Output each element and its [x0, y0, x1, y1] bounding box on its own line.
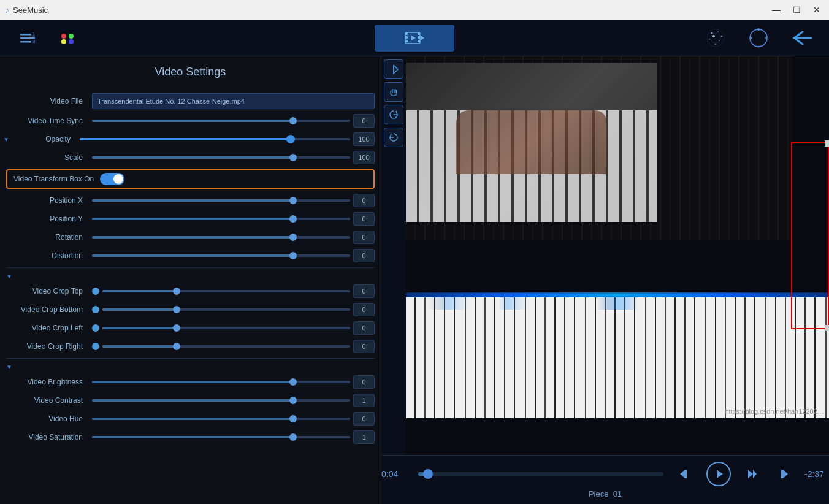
progress-thumb[interactable]: [423, 469, 433, 479]
crop-top-slider[interactable]: [102, 290, 350, 292]
app-icon: ♪: [5, 5, 9, 15]
svg-rect-13: [405, 40, 408, 42]
current-time: 0:04: [381, 469, 406, 479]
transform-handle-bottom-right[interactable]: [825, 325, 829, 331]
nav-back[interactable]: [786, 25, 817, 52]
crop-bottom-slider[interactable]: [102, 308, 350, 311]
crop-right-slider[interactable]: [102, 345, 350, 348]
tool-flip[interactable]: [384, 59, 403, 79]
player-controls: 0:04: [381, 455, 829, 504]
scale-slider[interactable]: [92, 156, 350, 159]
saturation-slider[interactable]: [92, 436, 350, 438]
nav-circle[interactable]: [743, 25, 774, 52]
svg-point-32: [750, 37, 752, 39]
nav-menu[interactable]: 1 2 3: [12, 25, 43, 52]
crop-top-circle: [92, 288, 99, 295]
top-nav: 1 2 3: [0, 20, 829, 56]
collapse-triangle-opacity[interactable]: ▼: [3, 136, 9, 143]
scale-value: 100: [353, 151, 375, 164]
app-body: 1 2 3: [0, 20, 829, 504]
minimize-button[interactable]: —: [768, 4, 784, 16]
svg-point-26: [712, 35, 715, 37]
rotation-value: 0: [353, 231, 375, 244]
svg-point-28: [750, 29, 767, 47]
saturation-value: 1: [353, 430, 375, 444]
separator-2: [6, 358, 375, 359]
svg-point-24: [709, 39, 710, 40]
transform-box[interactable]: [791, 142, 829, 329]
circle-dots-icon: [747, 27, 770, 49]
step-forward-button[interactable]: [743, 465, 762, 483]
nav-palette[interactable]: [52, 25, 83, 52]
setting-brightness: Video Brightness 0: [0, 373, 381, 391]
saturation-label: Video Saturation: [12, 433, 92, 441]
position-x-slider[interactable]: [92, 199, 350, 202]
rotation-slider[interactable]: [92, 236, 350, 239]
crop-section-header[interactable]: ▼: [0, 270, 381, 282]
tool-reset[interactable]: [384, 105, 403, 124]
svg-rect-41: [781, 470, 783, 478]
video-time-sync-slider[interactable]: [92, 120, 350, 122]
contrast-slider[interactable]: [92, 399, 350, 402]
distortion-value: 0: [353, 249, 375, 262]
play-button[interactable]: [706, 462, 731, 486]
position-y-slider[interactable]: [92, 218, 350, 220]
video-file-value: Transcendental Etude No. 12 Chasse-Neige…: [97, 97, 245, 105]
brightness-section-header[interactable]: ▼: [0, 361, 381, 373]
hand-icon: [388, 86, 399, 97]
svg-point-21: [711, 32, 713, 34]
opacity-value: 100: [353, 132, 375, 146]
brightness-label: Video Brightness: [12, 378, 92, 386]
nav-video-active[interactable]: [375, 25, 454, 52]
hand-silhouette: [456, 110, 607, 174]
position-x-value: 0: [353, 194, 375, 207]
svg-point-31: [757, 45, 760, 48]
title-bar-left: ♪ SeeMusic: [5, 5, 48, 15]
hue-slider[interactable]: [92, 418, 350, 420]
play-icon: [712, 468, 725, 480]
crop-bottom-circle: [92, 306, 99, 313]
video-file-label: Video File: [12, 97, 92, 105]
setting-crop-top: Video Crop Top 0: [0, 282, 381, 300]
progress-bar[interactable]: [418, 472, 663, 476]
separator-1: [6, 267, 375, 268]
tool-hand[interactable]: [384, 82, 403, 102]
transform-box-toggle[interactable]: [100, 173, 124, 185]
svg-point-23: [721, 35, 723, 37]
opacity-slider[interactable]: [80, 138, 350, 140]
video-overlay: [406, 63, 657, 222]
svg-marker-40: [783, 470, 788, 478]
close-button[interactable]: ✕: [809, 4, 824, 16]
reset-icon: [388, 109, 399, 120]
distortion-slider[interactable]: [92, 254, 350, 257]
contrast-label: Video Contrast: [12, 396, 92, 405]
title-bar-controls[interactable]: — ☐ ✕: [768, 4, 824, 16]
svg-point-30: [765, 37, 767, 39]
side-toolbar: [381, 56, 406, 455]
setting-position-y: Position Y 0: [0, 210, 381, 228]
brightness-slider[interactable]: [92, 381, 350, 383]
crop-left-slider[interactable]: [102, 327, 350, 329]
scale-label: Scale: [12, 153, 92, 162]
next-button[interactable]: [774, 465, 792, 483]
svg-point-27: [719, 40, 720, 41]
crop-right-value: 0: [353, 340, 375, 353]
undo-icon: [388, 132, 399, 143]
transform-handle-top-right[interactable]: [825, 140, 829, 147]
prev-button[interactable]: [676, 465, 694, 483]
setting-saturation: Video Saturation 1: [0, 428, 381, 446]
hue-label: Video Hue: [12, 414, 92, 423]
tool-undo[interactable]: [384, 128, 403, 147]
svg-point-9: [69, 39, 74, 44]
nav-galaxy[interactable]: [700, 25, 731, 52]
position-y-label: Position Y: [12, 215, 92, 223]
video-file-input[interactable]: Transcendental Etude No. 12 Chasse-Neige…: [92, 93, 375, 109]
svg-marker-35: [680, 470, 685, 478]
palette-icon: [58, 28, 77, 48]
setting-crop-left: Video Crop Left 0: [0, 319, 381, 337]
settings-panel: Video Settings Video File Transcendental…: [0, 56, 381, 504]
video-time-sync-value: 0: [353, 114, 375, 128]
svg-rect-2: [20, 41, 31, 43]
opacity-label: Opacity: [12, 135, 80, 143]
maximize-button[interactable]: ☐: [789, 4, 804, 16]
